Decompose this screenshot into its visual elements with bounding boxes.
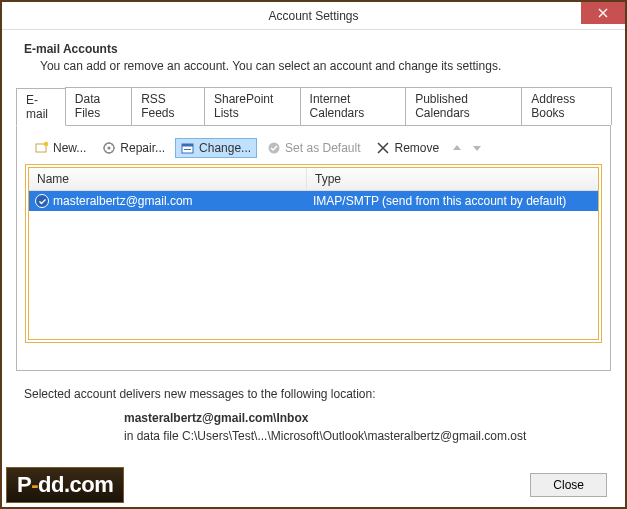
new-button[interactable]: New...: [29, 138, 92, 158]
set-default-button: Set as Default: [261, 138, 366, 158]
location-path-bold: masteralbertz@gmail.com\Inbox: [124, 411, 308, 425]
svg-rect-6: [184, 149, 191, 150]
remove-icon: [376, 141, 390, 155]
close-icon: [598, 8, 608, 18]
repair-icon: [102, 141, 116, 155]
account-list: Name Type masteralbertz@gmail.com IMAP/S…: [25, 164, 602, 343]
repair-button[interactable]: Repair...: [96, 138, 171, 158]
header-title: E-mail Accounts: [24, 42, 603, 56]
tab-published-cal[interactable]: Published Calendars: [405, 87, 522, 125]
row-name: masteralbertz@gmail.com: [53, 194, 193, 208]
new-label: New...: [53, 141, 86, 155]
tab-data-files[interactable]: Data Files: [65, 87, 132, 125]
column-header-name[interactable]: Name: [29, 168, 307, 190]
tab-sharepoint[interactable]: SharePoint Lists: [204, 87, 301, 125]
svg-point-3: [108, 146, 111, 149]
svg-rect-5: [182, 144, 193, 147]
move-down-icon: [469, 142, 485, 154]
set-default-label: Set as Default: [285, 141, 360, 155]
toolbar: New... Repair... Change... Set as Defaul…: [25, 136, 602, 164]
new-icon: [35, 141, 49, 155]
watermark: P-dd.com: [6, 467, 124, 503]
svg-point-1: [44, 142, 49, 147]
tab-rss-feeds[interactable]: RSS Feeds: [131, 87, 205, 125]
change-icon: [181, 141, 195, 155]
row-type: IMAP/SMTP (send from this account by def…: [307, 191, 598, 211]
tab-internet-cal[interactable]: Internet Calendars: [300, 87, 407, 125]
tab-address-books[interactable]: Address Books: [521, 87, 612, 125]
table-row[interactable]: masteralbertz@gmail.com IMAP/SMTP (send …: [29, 191, 598, 211]
location-intro: Selected account delivers new messages t…: [24, 387, 603, 401]
repair-label: Repair...: [120, 141, 165, 155]
default-account-icon: [35, 194, 49, 208]
check-circle-icon: [267, 141, 281, 155]
tab-email[interactable]: E-mail: [16, 88, 66, 126]
tabstrip: E-mail Data Files RSS Feeds SharePoint L…: [16, 87, 611, 125]
window-close-button[interactable]: [581, 2, 625, 24]
remove-label: Remove: [394, 141, 439, 155]
close-button[interactable]: Close: [530, 473, 607, 497]
window-title: Account Settings: [268, 9, 358, 23]
header-description: You can add or remove an account. You ca…: [24, 59, 603, 73]
change-button[interactable]: Change...: [175, 138, 257, 158]
move-up-icon: [449, 142, 465, 154]
change-label: Change...: [199, 141, 251, 155]
remove-button[interactable]: Remove: [370, 138, 445, 158]
column-header-type[interactable]: Type: [307, 168, 598, 190]
location-path-detail: in data file C:\Users\Test\...\Microsoft…: [24, 429, 603, 443]
